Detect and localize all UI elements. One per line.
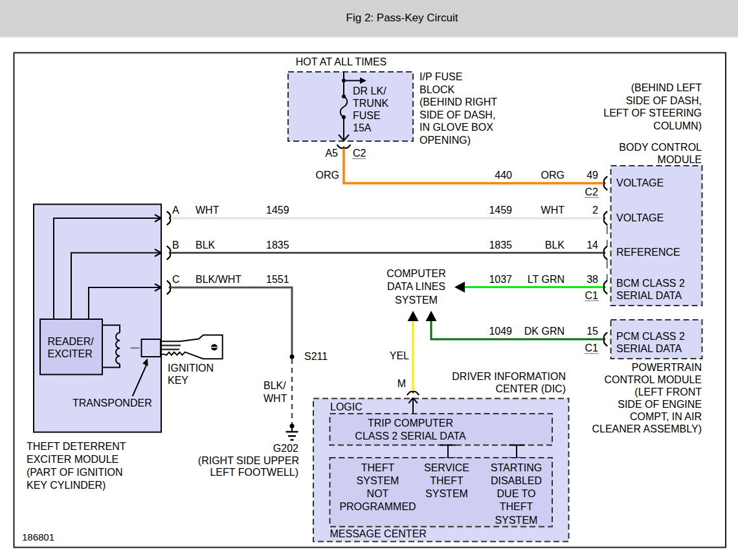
svg-text:Fig 2: Pass-Key Circuit: Fig 2: Pass-Key Circuit bbox=[346, 12, 458, 24]
svg-text:SIDE OF DASH,: SIDE OF DASH, bbox=[419, 109, 495, 120]
svg-text:SIDE OF ENGINE: SIDE OF ENGINE bbox=[618, 399, 702, 410]
svg-text:MODULE: MODULE bbox=[658, 154, 702, 165]
svg-text:MESSAGE CENTER: MESSAGE CENTER bbox=[330, 528, 427, 539]
svg-text:SERIAL DATA: SERIAL DATA bbox=[616, 290, 682, 301]
svg-text:WHT: WHT bbox=[196, 205, 219, 216]
svg-text:BCM CLASS 2: BCM CLASS 2 bbox=[616, 278, 685, 289]
svg-text:14: 14 bbox=[587, 240, 598, 251]
svg-text:DISABLED: DISABLED bbox=[491, 475, 542, 486]
svg-text:M: M bbox=[397, 378, 406, 389]
svg-text:BLOCK: BLOCK bbox=[419, 84, 455, 95]
svg-text:PROGRAMMED: PROGRAMMED bbox=[339, 501, 416, 512]
svg-text:SIDE OF DASH,: SIDE OF DASH, bbox=[626, 95, 702, 106]
svg-text:(BEHIND RIGHT: (BEHIND RIGHT bbox=[419, 96, 497, 107]
svg-text:POWERTRAIN: POWERTRAIN bbox=[632, 362, 702, 373]
svg-text:SYSTEM: SYSTEM bbox=[495, 515, 538, 526]
svg-text:CENTER (DIC): CENTER (DIC) bbox=[496, 383, 566, 394]
svg-text:VOLTAGE: VOLTAGE bbox=[616, 212, 664, 223]
svg-text:CLEANER ASSEMBLY): CLEANER ASSEMBLY) bbox=[592, 423, 702, 434]
svg-text:TRANSPONDER: TRANSPONDER bbox=[73, 398, 152, 409]
svg-text:THEFT: THEFT bbox=[361, 462, 395, 473]
svg-text:ORG: ORG bbox=[316, 170, 339, 181]
svg-text:KEY CYLINDER): KEY CYLINDER) bbox=[27, 480, 106, 491]
svg-text:STARTING: STARTING bbox=[491, 462, 542, 473]
svg-text:EXCITER MODULE: EXCITER MODULE bbox=[27, 454, 118, 465]
svg-text:VOLTAGE: VOLTAGE bbox=[616, 177, 664, 188]
svg-text:DUE TO: DUE TO bbox=[497, 488, 536, 499]
svg-text:15: 15 bbox=[587, 326, 598, 337]
svg-text:1551: 1551 bbox=[266, 274, 289, 285]
svg-text:COMPUTER: COMPUTER bbox=[386, 268, 446, 279]
svg-text:IN GLOVE BOX: IN GLOVE BOX bbox=[419, 122, 493, 133]
svg-text:SYSTEM: SYSTEM bbox=[357, 475, 399, 486]
svg-text:THEFT: THEFT bbox=[430, 475, 464, 486]
svg-text:186801: 186801 bbox=[22, 532, 54, 543]
svg-text:(PART OF IGNITION: (PART OF IGNITION bbox=[27, 467, 122, 478]
svg-text:NOT: NOT bbox=[367, 488, 389, 499]
svg-text:SERIAL DATA: SERIAL DATA bbox=[616, 343, 682, 354]
svg-text:LOGIC: LOGIC bbox=[330, 401, 363, 412]
svg-text:(LEFT FRONT: (LEFT FRONT bbox=[634, 386, 702, 398]
svg-text:KEY: KEY bbox=[168, 375, 188, 386]
svg-text:TRIP COMPUTER: TRIP COMPUTER bbox=[368, 418, 453, 429]
svg-text:IGNITION: IGNITION bbox=[168, 363, 214, 374]
svg-text:G202: G202 bbox=[273, 443, 298, 454]
svg-text:A: A bbox=[172, 205, 179, 216]
svg-text:WHT: WHT bbox=[541, 205, 565, 216]
svg-text:FUSE: FUSE bbox=[353, 110, 381, 121]
svg-text:BLK/: BLK/ bbox=[263, 380, 286, 391]
svg-text:1835: 1835 bbox=[266, 240, 289, 251]
svg-text:LEFT FOOTWELL): LEFT FOOTWELL) bbox=[210, 467, 298, 478]
svg-text:BLK/WHT: BLK/WHT bbox=[196, 274, 241, 285]
svg-text:SERVICE: SERVICE bbox=[424, 462, 469, 473]
svg-text:2: 2 bbox=[592, 205, 598, 216]
svg-text:HOT AT ALL TIMES: HOT AT ALL TIMES bbox=[296, 56, 387, 67]
svg-text:B: B bbox=[172, 240, 179, 251]
svg-text:1037: 1037 bbox=[489, 274, 512, 285]
svg-text:OPENING): OPENING) bbox=[419, 135, 471, 146]
svg-text:BLK: BLK bbox=[196, 240, 216, 251]
svg-text:BLK: BLK bbox=[545, 240, 565, 251]
svg-text:1459: 1459 bbox=[266, 205, 289, 216]
svg-text:DR LK/: DR LK/ bbox=[353, 85, 386, 96]
svg-text:REFERENCE: REFERENCE bbox=[616, 247, 680, 258]
svg-text:CLASS 2 SERIAL DATA: CLASS 2 SERIAL DATA bbox=[355, 431, 466, 442]
svg-text:1835: 1835 bbox=[489, 240, 512, 251]
svg-text:38: 38 bbox=[587, 274, 598, 285]
svg-text:LEFT OF STEERING: LEFT OF STEERING bbox=[603, 107, 702, 118]
svg-text:PCM CLASS 2: PCM CLASS 2 bbox=[616, 331, 685, 342]
svg-text:THEFT DETERRENT: THEFT DETERRENT bbox=[27, 441, 126, 452]
svg-text:1049: 1049 bbox=[489, 326, 512, 337]
svg-text:C1: C1 bbox=[585, 342, 599, 353]
svg-text:DK GRN: DK GRN bbox=[524, 326, 565, 337]
svg-text:I/P FUSE: I/P FUSE bbox=[419, 71, 462, 82]
svg-text:A5: A5 bbox=[325, 148, 338, 159]
svg-text:49: 49 bbox=[587, 170, 598, 181]
svg-text:ORG: ORG bbox=[541, 170, 565, 181]
svg-text:SYSTEM: SYSTEM bbox=[395, 295, 438, 306]
svg-text:TRUNK: TRUNK bbox=[353, 98, 388, 109]
svg-text:C: C bbox=[172, 274, 180, 285]
svg-text:THEFT: THEFT bbox=[500, 501, 533, 512]
svg-text:CONTROL MODULE: CONTROL MODULE bbox=[604, 374, 702, 385]
svg-text:DRIVER INFORMATION: DRIVER INFORMATION bbox=[452, 371, 566, 382]
svg-text:15A: 15A bbox=[353, 122, 372, 133]
svg-text:C1: C1 bbox=[585, 290, 599, 301]
svg-text:WHT: WHT bbox=[263, 393, 287, 404]
svg-text:C2: C2 bbox=[353, 148, 366, 159]
svg-text:COMPT, IN AIR: COMPT, IN AIR bbox=[630, 411, 702, 422]
svg-text:SYSTEM: SYSTEM bbox=[425, 488, 468, 499]
svg-text:COLUMN): COLUMN) bbox=[653, 120, 702, 131]
svg-text:BODY CONTROL: BODY CONTROL bbox=[619, 142, 702, 153]
svg-text:440: 440 bbox=[495, 170, 512, 181]
svg-text:YEL: YEL bbox=[390, 350, 409, 361]
svg-text:DATA LINES: DATA LINES bbox=[387, 281, 445, 292]
svg-text:(BEHIND LEFT: (BEHIND LEFT bbox=[631, 82, 702, 93]
svg-text:(RIGHT SIDE UPPER: (RIGHT SIDE UPPER bbox=[198, 455, 299, 466]
svg-text:READER/: READER/ bbox=[48, 336, 95, 347]
svg-text:S211: S211 bbox=[304, 351, 328, 362]
svg-text:C2: C2 bbox=[585, 186, 599, 197]
svg-text:LT GRN: LT GRN bbox=[528, 274, 565, 285]
svg-text:1459: 1459 bbox=[489, 205, 512, 216]
svg-text:EXCITER: EXCITER bbox=[48, 348, 93, 359]
